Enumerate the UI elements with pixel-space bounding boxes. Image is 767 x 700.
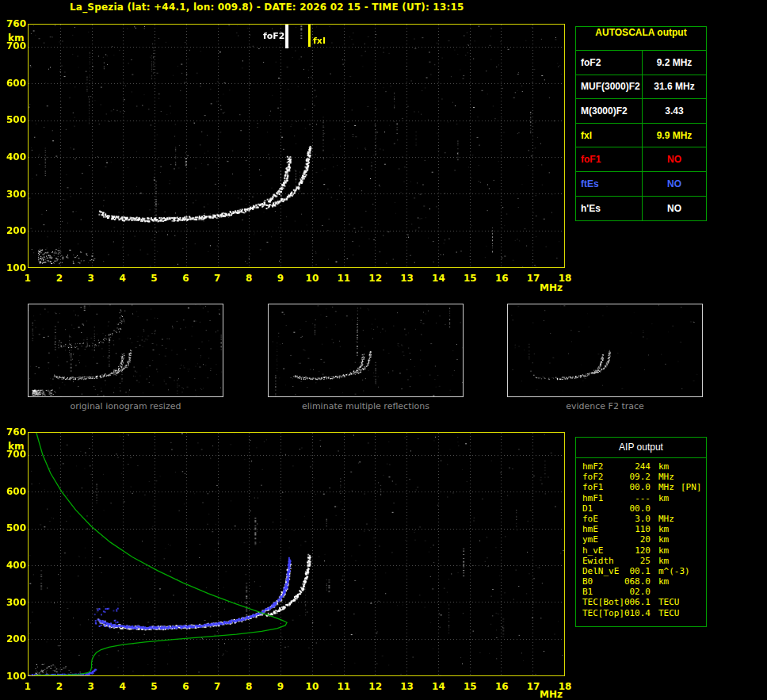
aip-param-name: h_vE [582, 545, 604, 556]
aip-param-unit: MHz [658, 482, 674, 492]
thumbnail-original-canvas [29, 304, 223, 396]
aip-param-name: hmF2 [582, 461, 604, 472]
aip-row-Ewidth: Ewidth25km [576, 556, 706, 566]
y-tick-label: 100 [4, 671, 26, 682]
aip-param-name: DelN_vE [582, 566, 619, 576]
x-tick-label: 4 [115, 273, 131, 284]
autoscala-param-value: 9.9 MHz [643, 124, 706, 147]
aip-param-value: 00.0 [620, 482, 651, 492]
aip-param-unit: km [658, 556, 669, 566]
aip-param-unit: km [658, 493, 669, 503]
aip-row-TEC[Bot]: TEC[Bot]006.1TECU [576, 597, 706, 607]
x-tick-label: 9 [273, 681, 288, 692]
aip-param-value: 120 [620, 545, 651, 556]
aip-row-B0: B0068.0km [576, 576, 706, 587]
y-tick-label: 300 [4, 189, 26, 200]
aip-row-B1: B102.0 [576, 587, 706, 597]
autoscala-table-title: AUTOSCALA output [576, 27, 706, 51]
x-tick-label: 2 [52, 273, 67, 284]
x-tick-label: 4 [115, 681, 131, 692]
x-tick-label: 18 [557, 273, 573, 284]
aip-param-value: 25 [620, 556, 651, 566]
aip-param-value: --- [620, 493, 651, 503]
x-tick-label: 1 [20, 273, 36, 284]
aip-param-name: hmF1 [582, 493, 604, 503]
autoscala-row-ftEs: ftEsNO [576, 172, 706, 197]
aip-param-extra: [PN] [681, 482, 702, 492]
aip-param-unit: TECU [658, 608, 680, 618]
autoscala-output-table: AUTOSCALA output foF29.2 MHzMUF(3000)F23… [575, 26, 707, 221]
aip-param-value: 02.0 [620, 587, 651, 597]
x-tick-label: 10 [304, 681, 320, 692]
y-tick-label: 700 [4, 40, 26, 52]
y-tick-label: 760 [4, 427, 26, 438]
autoscala-row-h'Es: h'EsNO [576, 197, 706, 221]
x-tick-label: 11 [336, 681, 352, 692]
y-tick-label: 600 [4, 486, 26, 497]
aip-param-name: B1 [582, 587, 593, 597]
x-tick-label: 9 [273, 273, 288, 284]
aip-row-D1: D100.0 [576, 503, 706, 514]
profile-ionogram-plot [28, 432, 565, 676]
x-tick-label: 15 [462, 681, 478, 692]
aip-row-foF2: foF209.2MHz [576, 472, 706, 482]
x-tick-label: 7 [209, 681, 225, 692]
y-tick-label: 500 [4, 114, 26, 125]
aip-param-unit: km [658, 576, 669, 587]
aip-param-name: TEC[Top] [582, 608, 624, 618]
aip-param-value: 00.1 [620, 566, 651, 576]
aip-param-name: B0 [582, 576, 593, 587]
y-tick-label: 300 [4, 597, 26, 608]
aip-param-name: foE [582, 514, 598, 524]
autoscala-table-rows: foF29.2 MHzMUF(3000)F231.6 MHzM(3000)F23… [576, 51, 706, 220]
aip-param-unit: km [658, 524, 669, 534]
y-tick-label: 400 [4, 560, 26, 571]
autoscala-row-fxI: fxI9.9 MHz [576, 124, 706, 148]
aip-param-unit: MHz [658, 472, 674, 482]
aip-param-value: 006.1 [620, 597, 651, 607]
x-tick-label: 12 [368, 681, 384, 692]
thumbnail-caption-original: original ionogram resized [28, 401, 223, 411]
aip-row-foE: foE3.0MHz [576, 514, 706, 524]
x-tick-label: 1 [20, 681, 36, 692]
thumbnail-clean-canvas [269, 304, 463, 396]
foF2-marker-label: foF2 [263, 31, 285, 41]
station-header: La_Spezia (lat: +44.1, lon: 009.8) - DAT… [70, 2, 464, 13]
thumbnail-original-ionogram [28, 304, 223, 397]
autoscala-app-window: La_Spezia (lat: +44.1, lon: 009.8) - DAT… [0, 0, 767, 700]
aip-param-value: 068.0 [620, 576, 651, 587]
autoscala-param-value: NO [643, 172, 706, 196]
aip-param-name: TEC[Bot] [582, 597, 624, 607]
aip-param-name: D1 [582, 503, 593, 514]
thumbnail-caption-clean: eliminate multiple reflections [268, 401, 464, 411]
x-tick-label: 18 [557, 681, 573, 692]
x-tick-label: 15 [462, 273, 478, 284]
autoscala-param-value: NO [643, 197, 706, 221]
aip-param-name: ymE [582, 534, 598, 545]
thumbnail-multiple-reflections-removed [268, 304, 464, 397]
autoscala-param-value: 9.2 MHz [643, 51, 706, 75]
x-tick-label: 3 [83, 273, 99, 284]
autoscala-row-M(3000)F2: M(3000)F23.43 [576, 99, 706, 124]
main-ionogram-plot [28, 24, 565, 268]
y-tick-label: 500 [4, 522, 26, 534]
x-tick-label: 13 [399, 681, 415, 692]
aip-param-value: 20 [620, 534, 651, 545]
profile-ionogram-canvas [29, 433, 564, 675]
aip-param-value: 3.0 [620, 514, 651, 524]
x-tick-label: 11 [336, 273, 352, 284]
aip-row-hmE: hmE110km [576, 524, 706, 534]
thumbnail-f2-trace [507, 304, 703, 397]
aip-row-hmF2: hmF2244km [576, 461, 706, 472]
y-tick-label: 600 [4, 78, 26, 89]
aip-param-unit: TECU [658, 597, 680, 607]
thumbnail-f2-canvas [508, 304, 702, 396]
aip-table-title: AIP output [576, 442, 706, 458]
x-tick-label: 12 [368, 273, 384, 284]
x-tick-label: 6 [177, 681, 193, 692]
autoscala-param-name: h'Es [576, 197, 643, 221]
x-tick-label: 8 [241, 273, 257, 284]
autoscala-param-value: 3.43 [643, 99, 706, 123]
x-tick-label: 3 [83, 681, 99, 692]
autoscala-param-name: foF2 [576, 51, 643, 75]
